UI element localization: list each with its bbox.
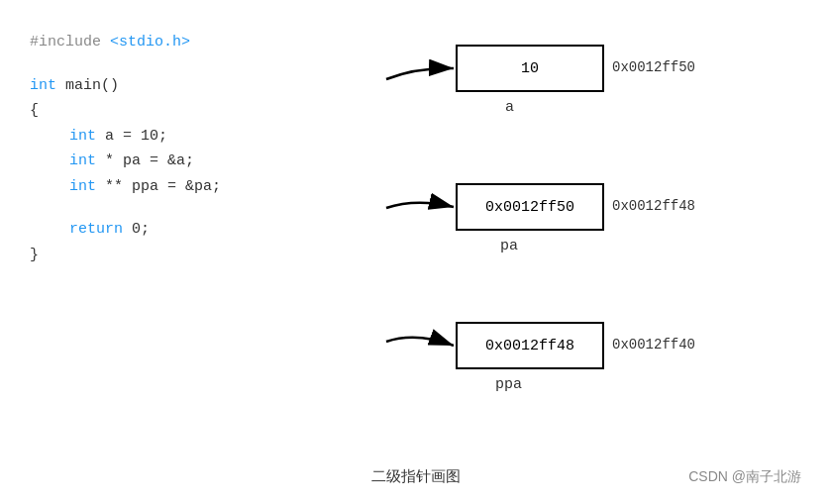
code-return-val: 0; [123, 221, 150, 238]
label-a: a [505, 99, 514, 116]
arrow-to-pa [386, 203, 454, 208]
addr-a: 0x0012ff50 [612, 59, 695, 75]
keyword-int-ppa: int [69, 178, 96, 195]
code-pa-decl: * pa = &a; [96, 152, 194, 169]
memory-box-a: 10 [456, 45, 604, 92]
include-keyword: #include [30, 34, 110, 50]
box-ppa-value: 0x0012ff48 [485, 338, 574, 354]
code-ppa-decl: ** ppa = &pa; [96, 178, 221, 195]
box-pa-value: 0x0012ff50 [485, 199, 574, 216]
keyword-return: return [69, 221, 123, 238]
footer-credit: CSDN @南子北游 [688, 468, 801, 486]
keyword-int-pa: int [69, 152, 96, 169]
arrow-to-a [386, 68, 454, 79]
code-line-brace-close: } [30, 243, 221, 268]
keyword-int-a: int [69, 128, 96, 145]
addr-pa: 0x0012ff48 [612, 198, 695, 214]
code-line-return: return 0; [30, 217, 221, 243]
brace-close: } [30, 247, 39, 263]
code-line-pa: int * pa = &a; [30, 149, 221, 174]
keyword-int-main: int [30, 77, 56, 94]
label-pa: pa [500, 238, 518, 254]
include-file: <stdio.h> [110, 34, 190, 50]
brace-open: { [30, 102, 39, 119]
main-signature: main() [56, 77, 119, 94]
code-line-include: #include <stdio.h> [30, 30, 221, 55]
arrow-to-ppa [386, 338, 454, 346]
code-line-ppa: int ** ppa = &pa; [30, 174, 221, 200]
memory-box-pa: 0x0012ff50 [456, 183, 604, 231]
footer-title: 二级指针画图 [371, 467, 461, 486]
addr-ppa: 0x0012ff40 [612, 337, 695, 353]
code-a-decl: a = 10; [96, 128, 167, 145]
code-line-brace-open: { [30, 98, 221, 124]
code-line-main: int main() [30, 73, 221, 99]
code-block: #include <stdio.h> int main() { int a = … [30, 30, 221, 267]
box-a-value: 10 [521, 60, 539, 77]
label-ppa: ppa [495, 376, 522, 393]
memory-box-ppa: 0x0012ff48 [456, 322, 604, 369]
code-line-a: int a = 10; [30, 124, 221, 150]
